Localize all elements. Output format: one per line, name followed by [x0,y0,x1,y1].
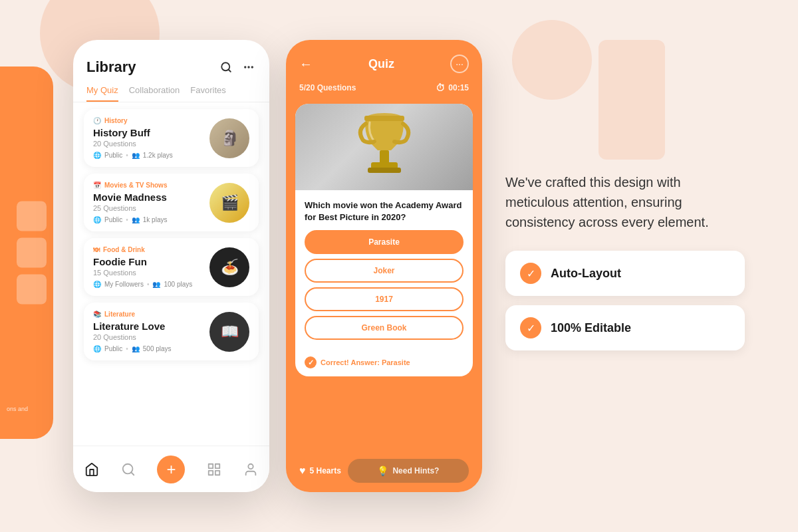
quiz-question-card: Which movie won the Academy Award for Be… [295,104,473,376]
partial-phone: ons and [0,66,53,439]
auto-layout-label: Auto-Layout [551,267,621,281]
feature-badge-editable: ✓ 100% Editable [505,305,745,350]
quiz-category-food: 🍽 Food & Drink [93,246,209,253]
lit-cat-icon: 📚 [93,311,101,318]
tab-collaboration[interactable]: Collaboration [129,85,180,102]
svg-point-2 [248,66,249,68]
globe-icon-food: 🌐 [93,281,101,288]
svg-rect-8 [215,464,219,467]
quiz-option-0[interactable]: Parasite [305,230,464,254]
trophy-svg [358,110,411,184]
thumb-lit-bg: 📖 [209,312,249,352]
timer-value: 00:15 [448,83,469,92]
quiz-phone: ← Quiz ··· 5/20 Questions ⏱ 00:15 [286,40,482,492]
editable-check-icon: ✓ [520,317,541,338]
partial-shape-1 [17,201,47,231]
svg-point-3 [252,66,253,68]
quiz-questions-history: 20 Questions [93,140,209,148]
lit-cat-label: Literature [104,311,135,318]
quiz-card-history-left: 🕐 History History Buff 20 Questions 🌐 Pu… [93,117,209,159]
thumb-food-bg: 🍝 [209,247,249,287]
plays-history: 1.2k plays [143,152,173,159]
quiz-thumb-food: 🍝 [209,247,249,287]
library-header-icons [219,60,256,74]
quiz-more-icon[interactable]: ··· [450,55,469,73]
quiz-name-literature: Literature Love [93,321,209,332]
visibility-history: Public [104,152,122,159]
nav-search[interactable] [120,462,136,477]
bg-rect-1 [598,40,665,160]
quiz-card-food[interactable]: 🍽 Food & Drink Foodie Fun 15 Questions 🌐… [84,238,259,296]
quiz-timer: ⏱ 00:15 [436,82,469,93]
search-icon[interactable] [219,60,233,74]
nav-profile[interactable] [243,462,259,477]
thumb-lit-emoji: 📖 [221,323,239,340]
quiz-category-history: 🕐 History [93,117,209,124]
hints-button[interactable]: 💡 Need Hints? [348,459,469,483]
movie-cat-label: Movies & TV Shows [104,182,167,189]
correct-answer-text: Correct! Answer: Parasite [321,358,410,366]
quiz-questions-movie: 25 Questions [93,204,209,212]
editable-label: 100% Editable [551,321,631,335]
quiz-name-history: History Buff [93,127,209,138]
visibility-food: My Followers [104,281,144,288]
svg-line-6 [131,472,134,475]
quiz-progress-text: 5/20 Questions [299,83,356,92]
people-icon-lit: 👥 [132,345,140,352]
partial-shape-3 [17,275,47,305]
svg-rect-10 [209,470,213,474]
svg-rect-15 [368,168,401,173]
quiz-header: ← Quiz ··· [286,40,482,82]
nav-add[interactable]: + [157,456,185,483]
quiz-correct-banner: ✓ Correct! Answer: Parasite [295,351,473,376]
library-nav-icon [206,462,222,477]
timer-icon: ⏱ [436,82,445,93]
thumb-movie-bg: 🎬 [209,183,249,223]
library-phone: Library My Quiz Collaboration Favorites [73,40,269,492]
quiz-card-literature-left: 📚 Literature Literature Love 20 Question… [93,311,209,352]
partial-text: ons and [7,406,47,412]
hint-bulb-icon: 💡 [377,466,388,476]
quiz-questions-food: 15 Questions [93,269,209,277]
nav-library[interactable] [206,462,222,477]
right-description: We've crafted this design with meticulou… [505,172,745,232]
quiz-progress-row: 5/20 Questions ⏱ 00:15 [286,82,482,104]
globe-icon-history: 🌐 [93,152,101,159]
people-icon-movie: 👥 [132,216,140,223]
thumb-movie-emoji: 🎬 [221,194,239,211]
quiz-option-3[interactable]: Green Book [305,316,464,340]
add-icon[interactable]: + [157,456,185,483]
profile-nav-icon [243,462,259,477]
quiz-name-food: Foodie Fun [93,256,209,267]
food-cat-icon: 🍽 [93,246,100,253]
heart-icon: ♥ [299,465,306,477]
svg-rect-13 [380,150,389,164]
quiz-question-text: Which movie won the Academy Award for Be… [295,190,473,230]
globe-icon-movie: 🌐 [93,216,101,223]
plays-lit: 500 plays [143,345,172,352]
library-tabs: My Quiz Collaboration Favorites [73,76,269,102]
nav-home[interactable] [84,462,100,477]
svg-line-1 [228,69,230,71]
back-button[interactable]: ← [299,57,313,72]
hints-label: Need Hints? [392,466,439,475]
library-title: Library [86,59,136,76]
quiz-card-history[interactable]: 🕐 History History Buff 20 Questions 🌐 Pu… [84,109,259,167]
tab-favorites[interactable]: Favorites [190,85,225,102]
quiz-card-movie[interactable]: 📅 Movies & TV Shows Movie Madness 25 Que… [84,174,259,231]
quiz-category-movie: 📅 Movies & TV Shows [93,182,209,189]
people-icon-food: 👥 [152,281,160,288]
hearts-button[interactable]: ♥ 5 Hearts [299,465,341,477]
plays-food: 100 plays [164,281,192,288]
more-options-icon[interactable] [241,60,256,74]
quiz-card-literature[interactable]: 📚 Literature Literature Love 20 Question… [84,303,259,360]
quiz-trophy-image [295,104,473,190]
plays-movie: 1k plays [143,216,168,223]
tab-my-quiz[interactable]: My Quiz [86,85,118,102]
thumb-history-bg: 🗿 [209,118,249,158]
thumb-history-emoji: 🗿 [221,130,239,147]
feature-badge-auto-layout: ✓ Auto-Layout [505,251,745,296]
quiz-option-1[interactable]: Joker [305,259,464,283]
quiz-options: Parasite Joker 1917 Green Book [295,230,473,351]
quiz-option-2[interactable]: 1917 [305,287,464,311]
